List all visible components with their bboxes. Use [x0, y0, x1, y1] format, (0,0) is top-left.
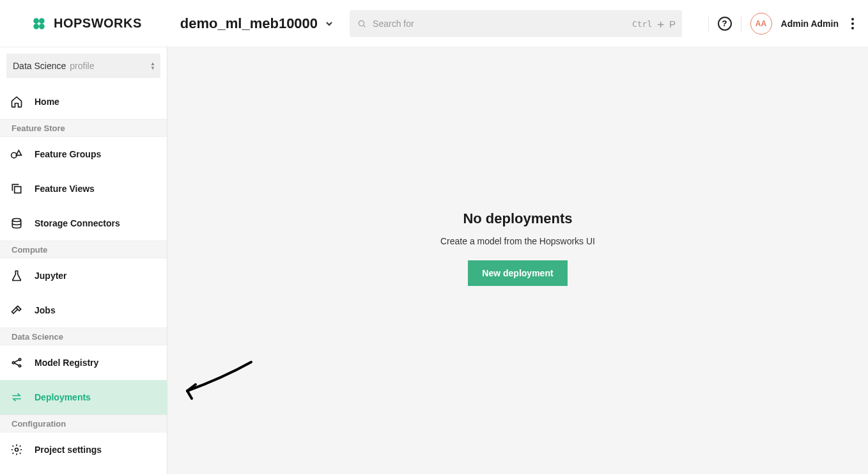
logo[interactable]: HOPSWORKS [31, 15, 142, 32]
sidebar-item-project-settings[interactable]: Project settings [0, 432, 167, 467]
sidebar-item-label: Home [35, 97, 59, 107]
sidebar-item-model-registry[interactable]: Model Registry [0, 345, 167, 380]
chevron-down-icon [324, 19, 334, 29]
section-compute: Compute [0, 241, 167, 258]
svg-point-3 [39, 24, 45, 29]
sidebar-item-label: Jupyter [35, 271, 67, 281]
annotation-arrow-icon [178, 359, 254, 404]
sidebar: Data Science profile ▲▼ Home Feature Sto… [0, 47, 167, 474]
profile-main: Data Science [13, 61, 66, 71]
search-shortcut: Ctrl + P [632, 17, 676, 30]
svg-line-14 [15, 363, 19, 365]
svg-point-0 [33, 18, 39, 24]
username: Admin Admin [781, 19, 839, 29]
share-icon [10, 356, 23, 369]
sidebar-item-label: Feature Groups [35, 149, 101, 159]
main-content: No deployments Create a model from the H… [167, 47, 868, 474]
logo-text: HOPSWORKS [54, 16, 142, 31]
svg-rect-8 [15, 186, 21, 193]
sidebar-item-label: Model Registry [35, 358, 98, 368]
svg-point-9 [12, 218, 20, 221]
sort-arrows-icon: ▲▼ [150, 61, 155, 70]
hopsworks-logo-icon [31, 15, 47, 32]
flask-icon [10, 269, 23, 282]
sidebar-item-storage-connectors[interactable]: Storage Connectors [0, 206, 167, 241]
header-right: ? AA Admin Admin [708, 13, 858, 35]
sidebar-item-label: Deployments [35, 392, 91, 402]
empty-title: No deployments [440, 210, 595, 227]
search-bar: Ctrl + P [350, 10, 682, 37]
profile-sub: profile [70, 61, 94, 71]
kebab-menu[interactable] [848, 14, 858, 33]
svg-point-10 [12, 361, 14, 363]
svg-point-1 [39, 18, 45, 24]
svg-point-15 [15, 448, 19, 451]
database-icon [10, 217, 23, 230]
section-configuration: Configuration [0, 415, 167, 432]
hammer-icon [10, 304, 23, 317]
svg-point-2 [33, 24, 39, 29]
profile-selector[interactable]: Data Science profile ▲▼ [6, 54, 160, 78]
plus-icon: + [657, 17, 664, 30]
gear-icon [10, 443, 23, 456]
new-deployment-button[interactable]: New deployment [468, 260, 567, 286]
shortcut-p: P [669, 18, 676, 29]
svg-line-13 [15, 359, 19, 361]
shapes-icon [10, 148, 23, 161]
copy-icon [10, 182, 23, 195]
sidebar-item-deployments[interactable]: Deployments [0, 380, 167, 415]
sidebar-item-feature-groups[interactable]: Feature Groups [0, 137, 167, 171]
svg-point-12 [19, 365, 20, 367]
help-button[interactable]: ? [718, 17, 732, 31]
sidebar-item-label: Storage Connectors [35, 218, 120, 228]
divider [741, 16, 741, 31]
project-name: demo_ml_meb10000 [180, 15, 318, 32]
svg-point-11 [19, 358, 20, 360]
divider [708, 16, 709, 31]
svg-line-5 [364, 25, 366, 27]
empty-subtitle: Create a model from the Hopsworks UI [440, 236, 595, 246]
section-data-science: Data Science [0, 328, 167, 345]
sidebar-item-jobs[interactable]: Jobs [0, 293, 167, 328]
sidebar-item-label: Feature Views [35, 184, 95, 194]
header: HOPSWORKS demo_ml_meb10000 Ctrl + P ? AA… [0, 0, 868, 47]
swap-icon [10, 391, 23, 404]
avatar[interactable]: AA [750, 13, 772, 35]
svg-point-4 [359, 20, 364, 26]
sidebar-item-label: Jobs [35, 305, 56, 315]
empty-state: No deployments Create a model from the H… [440, 210, 595, 286]
shortcut-ctrl: Ctrl [632, 19, 652, 28]
search-icon [357, 19, 366, 28]
section-feature-store: Feature Store [0, 119, 167, 137]
sidebar-item-label: Project settings [35, 445, 102, 455]
sidebar-item-home[interactable]: Home [0, 84, 167, 119]
sidebar-item-jupyter[interactable]: Jupyter [0, 258, 167, 293]
sidebar-item-feature-views[interactable]: Feature Views [0, 171, 167, 206]
home-icon [10, 95, 23, 108]
svg-marker-7 [16, 150, 21, 155]
project-dropdown[interactable]: demo_ml_meb10000 [180, 15, 334, 32]
